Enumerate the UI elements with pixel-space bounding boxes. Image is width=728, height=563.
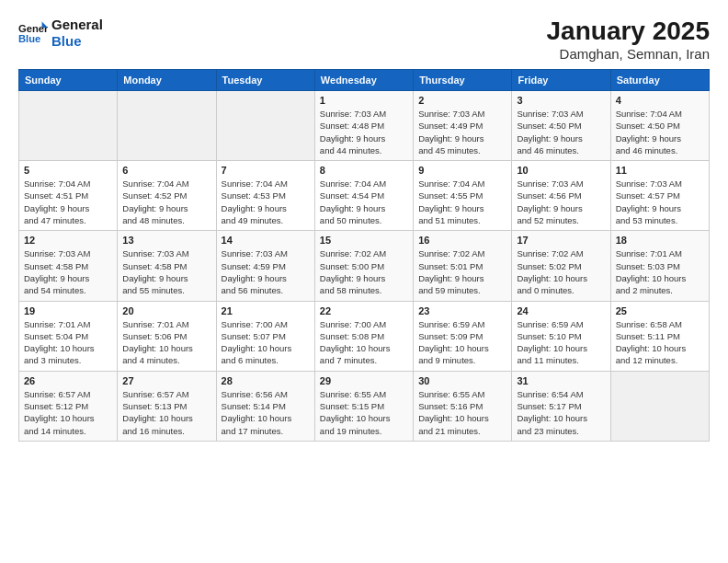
day-info: Sunrise: 7:03 AM Sunset: 4:48 PM Dayligh…	[320, 108, 408, 156]
calendar-header: SundayMondayTuesdayWednesdayThursdayFrid…	[19, 70, 710, 91]
day-number: 27	[122, 375, 210, 386]
day-number: 19	[24, 305, 112, 316]
calendar-table: SundayMondayTuesdayWednesdayThursdayFrid…	[18, 69, 710, 442]
day-info: Sunrise: 6:59 AM Sunset: 5:10 PM Dayligh…	[517, 318, 605, 367]
logo: General Blue General Blue	[18, 17, 103, 50]
day-info: Sunrise: 7:03 AM Sunset: 4:58 PM Dayligh…	[122, 247, 210, 296]
svg-text:Blue: Blue	[18, 33, 40, 44]
calendar-cell: 18Sunrise: 7:01 AM Sunset: 5:03 PM Dayli…	[610, 231, 709, 301]
day-number: 9	[418, 165, 506, 176]
day-number: 29	[320, 375, 408, 386]
day-number: 17	[517, 235, 605, 246]
day-number: 21	[222, 305, 310, 316]
day-info: Sunrise: 6:59 AM Sunset: 5:09 PM Dayligh…	[418, 318, 506, 367]
calendar-cell: 16Sunrise: 7:02 AM Sunset: 5:01 PM Dayli…	[414, 231, 512, 301]
calendar-week-5: 26Sunrise: 6:57 AM Sunset: 5:12 PM Dayli…	[19, 371, 710, 441]
day-number: 10	[517, 165, 605, 176]
calendar-cell: 6Sunrise: 7:04 AM Sunset: 4:52 PM Daylig…	[118, 161, 216, 231]
calendar-cell	[216, 91, 314, 161]
calendar-cell: 1Sunrise: 7:03 AM Sunset: 4:48 PM Daylig…	[314, 91, 413, 161]
day-info: Sunrise: 7:03 AM Sunset: 4:59 PM Dayligh…	[222, 247, 310, 296]
day-info: Sunrise: 7:02 AM Sunset: 5:01 PM Dayligh…	[418, 247, 506, 296]
weekday-saturday: Saturday	[610, 70, 709, 91]
weekday-sunday: Sunday	[19, 70, 118, 91]
day-info: Sunrise: 7:04 AM Sunset: 4:53 PM Dayligh…	[222, 178, 310, 226]
day-info: Sunrise: 6:57 AM Sunset: 5:13 PM Dayligh…	[122, 388, 210, 437]
day-info: Sunrise: 7:03 AM Sunset: 4:56 PM Dayligh…	[517, 178, 605, 226]
calendar-cell: 13Sunrise: 7:03 AM Sunset: 4:58 PM Dayli…	[118, 231, 216, 301]
logo-text-general: General	[51, 17, 103, 33]
calendar-cell: 22Sunrise: 7:00 AM Sunset: 5:08 PM Dayli…	[314, 301, 413, 371]
logo-text-blue: Blue	[51, 33, 103, 50]
day-info: Sunrise: 6:55 AM Sunset: 5:15 PM Dayligh…	[320, 388, 408, 437]
calendar-body: 1Sunrise: 7:03 AM Sunset: 4:48 PM Daylig…	[19, 91, 710, 442]
weekday-header-row: SundayMondayTuesdayWednesdayThursdayFrid…	[19, 70, 710, 91]
day-number: 3	[517, 95, 605, 106]
calendar-cell: 14Sunrise: 7:03 AM Sunset: 4:59 PM Dayli…	[216, 231, 314, 301]
calendar-week-1: 1Sunrise: 7:03 AM Sunset: 4:48 PM Daylig…	[19, 91, 710, 161]
day-number: 20	[122, 305, 210, 316]
day-info: Sunrise: 6:57 AM Sunset: 5:12 PM Dayligh…	[24, 388, 112, 437]
calendar-cell: 21Sunrise: 7:00 AM Sunset: 5:07 PM Dayli…	[216, 301, 314, 371]
day-number: 15	[320, 235, 408, 246]
day-number: 13	[122, 235, 210, 246]
day-info: Sunrise: 7:04 AM Sunset: 4:50 PM Dayligh…	[616, 108, 704, 156]
calendar-cell: 29Sunrise: 6:55 AM Sunset: 5:15 PM Dayli…	[314, 371, 413, 441]
calendar-cell: 15Sunrise: 7:02 AM Sunset: 5:00 PM Dayli…	[314, 231, 413, 301]
day-info: Sunrise: 7:04 AM Sunset: 4:55 PM Dayligh…	[418, 178, 506, 226]
weekday-wednesday: Wednesday	[314, 70, 413, 91]
day-number: 14	[222, 235, 310, 246]
calendar-cell: 23Sunrise: 6:59 AM Sunset: 5:09 PM Dayli…	[414, 301, 512, 371]
day-number: 2	[418, 95, 506, 106]
day-number: 4	[616, 95, 704, 106]
day-number: 11	[616, 165, 704, 176]
day-number: 22	[320, 305, 408, 316]
day-number: 6	[122, 165, 210, 176]
calendar-cell: 5Sunrise: 7:04 AM Sunset: 4:51 PM Daylig…	[19, 161, 118, 231]
calendar-cell: 11Sunrise: 7:03 AM Sunset: 4:57 PM Dayli…	[610, 161, 709, 231]
day-number: 28	[222, 375, 310, 386]
calendar-cell: 30Sunrise: 6:55 AM Sunset: 5:16 PM Dayli…	[414, 371, 512, 441]
day-number: 30	[418, 375, 506, 386]
calendar-cell	[118, 91, 216, 161]
day-number: 31	[517, 375, 605, 386]
day-info: Sunrise: 7:01 AM Sunset: 5:06 PM Dayligh…	[122, 318, 210, 367]
subtitle: Damghan, Semnan, Iran	[547, 46, 710, 62]
calendar-cell: 4Sunrise: 7:04 AM Sunset: 4:50 PM Daylig…	[610, 91, 709, 161]
weekday-monday: Monday	[118, 70, 216, 91]
calendar-cell: 25Sunrise: 6:58 AM Sunset: 5:11 PM Dayli…	[610, 301, 709, 371]
day-number: 18	[616, 235, 704, 246]
day-number: 7	[222, 165, 310, 176]
day-info: Sunrise: 6:55 AM Sunset: 5:16 PM Dayligh…	[418, 388, 506, 437]
calendar-cell: 7Sunrise: 7:04 AM Sunset: 4:53 PM Daylig…	[216, 161, 314, 231]
day-number: 26	[24, 375, 112, 386]
calendar-cell: 2Sunrise: 7:03 AM Sunset: 4:49 PM Daylig…	[414, 91, 512, 161]
day-info: Sunrise: 6:56 AM Sunset: 5:14 PM Dayligh…	[222, 388, 310, 437]
calendar-cell: 28Sunrise: 6:56 AM Sunset: 5:14 PM Dayli…	[216, 371, 314, 441]
day-info: Sunrise: 7:02 AM Sunset: 5:00 PM Dayligh…	[320, 247, 408, 296]
calendar-cell: 26Sunrise: 6:57 AM Sunset: 5:12 PM Dayli…	[19, 371, 118, 441]
calendar-cell: 17Sunrise: 7:02 AM Sunset: 5:02 PM Dayli…	[512, 231, 610, 301]
main-title: January 2025	[547, 17, 710, 46]
day-info: Sunrise: 7:00 AM Sunset: 5:08 PM Dayligh…	[320, 318, 408, 367]
calendar-cell: 3Sunrise: 7:03 AM Sunset: 4:50 PM Daylig…	[512, 91, 610, 161]
calendar-cell: 9Sunrise: 7:04 AM Sunset: 4:55 PM Daylig…	[414, 161, 512, 231]
day-info: Sunrise: 7:03 AM Sunset: 4:49 PM Dayligh…	[418, 108, 506, 156]
calendar-cell: 12Sunrise: 7:03 AM Sunset: 4:58 PM Dayli…	[19, 231, 118, 301]
day-number: 8	[320, 165, 408, 176]
page-header: General Blue General Blue January 2025 D…	[18, 17, 710, 62]
logo-icon: General Blue	[18, 20, 48, 46]
day-number: 5	[24, 165, 112, 176]
day-info: Sunrise: 7:04 AM Sunset: 4:54 PM Dayligh…	[320, 178, 408, 226]
day-info: Sunrise: 6:54 AM Sunset: 5:17 PM Dayligh…	[517, 388, 605, 437]
day-info: Sunrise: 7:03 AM Sunset: 4:58 PM Dayligh…	[24, 247, 112, 296]
weekday-thursday: Thursday	[414, 70, 512, 91]
calendar-cell	[19, 91, 118, 161]
calendar-cell: 10Sunrise: 7:03 AM Sunset: 4:56 PM Dayli…	[512, 161, 610, 231]
weekday-friday: Friday	[512, 70, 610, 91]
day-number: 23	[418, 305, 506, 316]
calendar-cell: 19Sunrise: 7:01 AM Sunset: 5:04 PM Dayli…	[19, 301, 118, 371]
day-number: 12	[24, 235, 112, 246]
calendar-week-2: 5Sunrise: 7:04 AM Sunset: 4:51 PM Daylig…	[19, 161, 710, 231]
title-block: January 2025 Damghan, Semnan, Iran	[547, 17, 710, 62]
